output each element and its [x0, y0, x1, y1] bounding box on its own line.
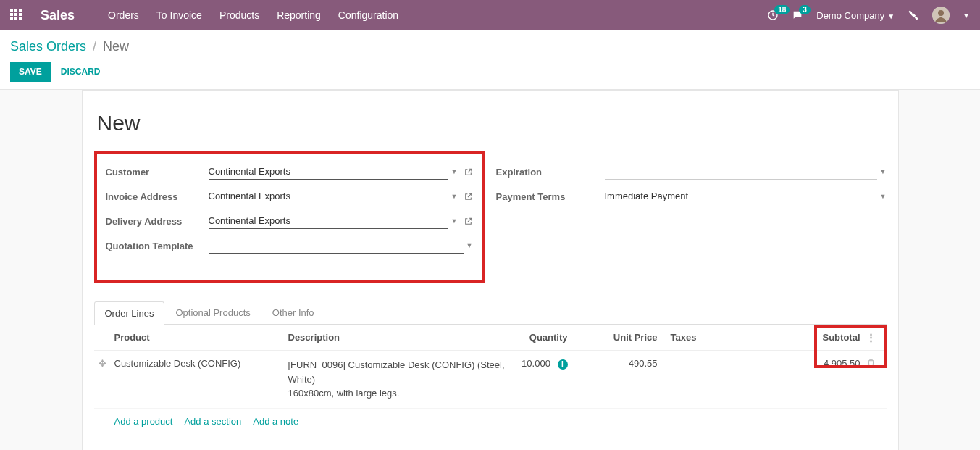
quotation-template-field[interactable]	[209, 238, 464, 254]
dropdown-caret-icon[interactable]: ▼	[880, 168, 887, 175]
company-name: Demo Company	[816, 10, 884, 21]
drag-handle-icon[interactable]: ✥	[99, 358, 114, 369]
order-lines-table: Product Description Quantity Unit Price …	[94, 325, 887, 434]
breadcrumb: Sales Orders / New	[10, 39, 970, 54]
svg-point-2	[938, 10, 944, 16]
customer-field[interactable]	[209, 164, 448, 180]
highlight-box-subtotal	[814, 325, 887, 368]
delivery-address-field[interactable]	[209, 213, 448, 229]
payment-terms-label: Payment Terms	[496, 191, 605, 202]
tabs: Order Lines Optional Products Other Info	[94, 301, 887, 325]
delivery-address-label: Delivery Address	[106, 216, 209, 227]
nav-products[interactable]: Products	[219, 9, 259, 21]
messages-badge: 3	[799, 5, 811, 14]
control-panel: Sales Orders / New SAVE DISCARD	[0, 30, 980, 90]
user-menu-caret[interactable]: ▼	[963, 12, 970, 20]
action-buttons: SAVE DISCARD	[10, 62, 970, 82]
app-brand: Sales	[41, 8, 75, 23]
tab-optional-products[interactable]: Optional Products	[164, 301, 261, 324]
nav-reporting[interactable]: Reporting	[277, 9, 321, 21]
discard-button[interactable]: DISCARD	[61, 67, 101, 77]
messages-icon[interactable]: 3	[792, 9, 803, 21]
nav-menu: Orders To Invoice Products Reporting Con…	[108, 9, 398, 21]
expiration-field[interactable]	[605, 164, 877, 180]
tab-other-info[interactable]: Other Info	[261, 301, 325, 324]
col-unit-price: Unit Price	[585, 332, 658, 343]
col-taxes: Taxes	[658, 332, 781, 343]
col-description: Description	[288, 332, 506, 343]
save-button[interactable]: SAVE	[10, 62, 51, 82]
topbar: Sales Orders To Invoice Products Reporti…	[0, 0, 980, 30]
external-link-icon[interactable]	[464, 192, 473, 201]
add-row: Add a product Add a section Add a note	[94, 409, 887, 434]
breadcrumb-current: New	[103, 39, 129, 54]
activity-icon[interactable]: 18	[767, 9, 779, 21]
expiration-label: Expiration	[496, 167, 605, 178]
add-section-link[interactable]: Add a section	[184, 416, 241, 427]
form-footer: ADD SHIPPING	[94, 434, 887, 451]
topbar-right: 18 3 Demo Company▼ ▼	[767, 7, 970, 24]
dropdown-caret-icon[interactable]: ▼	[451, 193, 458, 200]
quantity-value: 10.000	[522, 358, 550, 369]
dropdown-caret-icon[interactable]: ▼	[451, 217, 458, 225]
table-header: Product Description Quantity Unit Price …	[94, 325, 887, 351]
quotation-template-label: Quotation Template	[106, 241, 209, 251]
customer-label: Customer	[106, 167, 209, 178]
col-quantity: Quantity	[506, 332, 585, 343]
external-link-icon[interactable]	[464, 217, 473, 226]
dropdown-caret-icon[interactable]: ▼	[880, 193, 887, 200]
company-switcher[interactable]: Demo Company▼	[816, 10, 895, 21]
dropdown-caret-icon[interactable]: ▼	[466, 242, 473, 249]
cell-product[interactable]: Customizable Desk (CONFIG)	[114, 358, 288, 369]
breadcrumb-separator: /	[93, 39, 96, 54]
invoice-address-label: Invoice Address	[106, 191, 209, 202]
payment-terms-field[interactable]	[605, 188, 877, 204]
record-title: New	[97, 111, 887, 136]
tab-order-lines[interactable]: Order Lines	[94, 301, 165, 325]
nav-configuration[interactable]: Configuration	[338, 9, 398, 21]
nav-orders[interactable]: Orders	[108, 9, 139, 21]
dropdown-caret-icon[interactable]: ▼	[451, 168, 458, 175]
cell-description[interactable]: [FURN_0096] Customizable Desk (CONFIG) (…	[288, 358, 506, 401]
info-icon[interactable]: i	[558, 359, 568, 370]
nav-to-invoice[interactable]: To Invoice	[156, 9, 202, 21]
add-note-link[interactable]: Add a note	[253, 416, 298, 427]
user-avatar[interactable]	[932, 7, 950, 24]
activity-badge: 18	[774, 5, 790, 14]
invoice-address-field[interactable]	[209, 188, 448, 204]
form-sheet: New Customer ▼ Invoice Address ▼	[82, 90, 899, 450]
apps-menu-icon[interactable]	[10, 9, 23, 22]
debug-icon[interactable]	[908, 9, 919, 21]
highlight-box-customer: Customer ▼ Invoice Address ▼	[94, 151, 485, 283]
cell-unit-price[interactable]: 490.55	[585, 358, 658, 369]
col-product: Product	[114, 332, 288, 343]
add-product-link[interactable]: Add a product	[114, 416, 173, 427]
table-row[interactable]: ✥ Customizable Desk (CONFIG) [FURN_0096]…	[94, 351, 887, 409]
breadcrumb-root[interactable]: Sales Orders	[10, 39, 86, 54]
cell-quantity[interactable]: 10.000 i	[506, 358, 585, 370]
external-link-icon[interactable]	[464, 167, 473, 177]
